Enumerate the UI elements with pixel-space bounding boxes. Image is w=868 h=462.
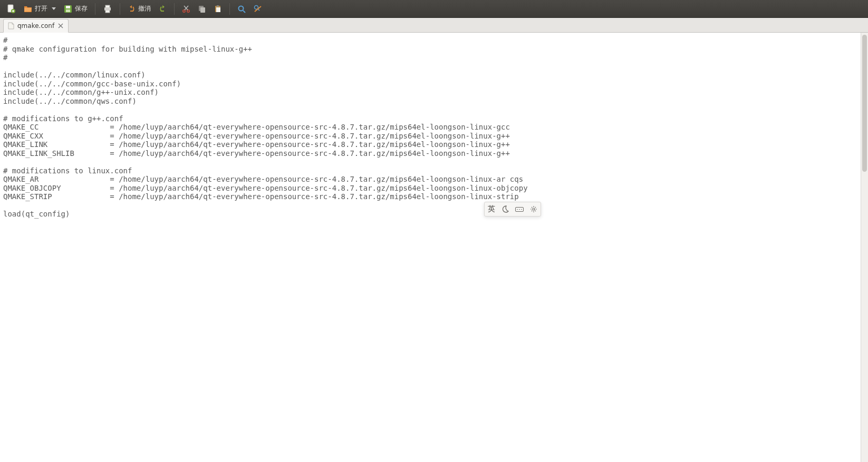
paste-button[interactable]: [210, 2, 225, 16]
svg-rect-3: [66, 6, 70, 8]
toolbar-separator: [95, 3, 95, 15]
svg-point-21: [533, 208, 535, 210]
cut-button[interactable]: [179, 2, 194, 16]
keyboard-icon[interactable]: [515, 206, 524, 212]
svg-rect-11: [200, 7, 205, 13]
ime-language-indicator[interactable]: 英: [488, 204, 495, 214]
toolbar-separator: [120, 3, 120, 15]
save-button[interactable]: 保存: [60, 2, 91, 16]
save-label: 保存: [75, 4, 88, 13]
redo-button[interactable]: [155, 2, 170, 16]
vertical-scrollbar[interactable]: [861, 33, 868, 462]
cut-icon: [182, 5, 190, 13]
open-label: 打开: [35, 4, 47, 13]
svg-point-20: [521, 209, 522, 210]
tab-bar: qmake.conf: [0, 18, 868, 33]
find-replace-button[interactable]: [250, 2, 266, 16]
find-replace-icon: [253, 4, 263, 14]
moon-icon[interactable]: [501, 205, 509, 213]
toolbar: 打开 保存: [0, 0, 868, 18]
print-icon: [103, 4, 112, 14]
close-tab-button[interactable]: [57, 23, 64, 29]
svg-rect-6: [105, 5, 110, 8]
svg-point-18: [517, 209, 518, 210]
toolbar-separator: [229, 3, 230, 15]
new-file-button[interactable]: [3, 2, 19, 16]
undo-label: 撤消: [138, 4, 151, 13]
editor-area[interactable]: # # qmake configuration for building wit…: [0, 33, 868, 462]
undo-icon: [128, 5, 136, 13]
new-file-icon: [6, 4, 16, 14]
undo-button[interactable]: 撤消: [124, 2, 154, 16]
redo-icon: [158, 5, 167, 13]
svg-point-19: [519, 209, 520, 210]
save-icon: [63, 4, 73, 14]
open-button[interactable]: 打开: [20, 2, 59, 16]
paste-icon: [214, 5, 222, 13]
svg-point-15: [239, 6, 244, 11]
search-button[interactable]: [234, 2, 249, 16]
svg-rect-7: [105, 10, 110, 13]
svg-rect-13: [216, 7, 220, 12]
scrollbar-thumb[interactable]: [862, 35, 867, 172]
chevron-down-icon: [52, 7, 56, 10]
toolbar-separator: [174, 3, 175, 15]
copy-button[interactable]: [195, 2, 209, 16]
search-icon: [237, 5, 246, 13]
tab-label: qmake.conf: [17, 22, 54, 30]
file-icon: [8, 22, 14, 30]
svg-rect-4: [66, 9, 70, 12]
copy-icon: [198, 5, 206, 13]
gear-icon[interactable]: [530, 205, 537, 213]
folder-open-icon: [23, 4, 33, 14]
svg-rect-14: [217, 5, 219, 7]
ime-panel[interactable]: 英: [484, 202, 541, 217]
tab-qmake-conf[interactable]: qmake.conf: [3, 19, 69, 33]
print-button[interactable]: [100, 2, 115, 16]
